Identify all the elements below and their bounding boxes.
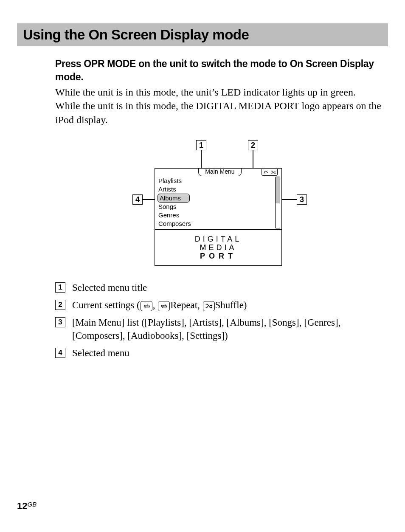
page-number: 12 <box>17 501 27 511</box>
shuffle-icon <box>271 170 276 175</box>
body-line-1: While the unit is in this mode, the unit… <box>55 85 388 99</box>
menu-title: Main Menu <box>198 169 242 176</box>
callout-1: 1 <box>196 140 206 150</box>
repeat-one-icon: 1 <box>158 301 170 311</box>
legend-num-1: 1 <box>55 282 65 293</box>
page-region: GB <box>27 501 37 508</box>
dmp-logo: DIGITAL MEDIA PORT <box>155 230 281 266</box>
scrollbar-thumb <box>276 177 280 203</box>
legend-text-3: [Main Menu] list ([Playlists], [Artists]… <box>72 316 388 342</box>
page-title-bar: Using the On Screen Display mode <box>17 23 388 46</box>
legend-list: 1 Selected menu title 2 Current settings… <box>55 281 388 360</box>
shuffle-icon-inline <box>203 301 215 311</box>
logo-line-2: MEDIA <box>195 244 242 252</box>
legend-num-3: 3 <box>55 317 65 327</box>
menu-item-artists: Artists <box>158 185 273 194</box>
menu-item-composers: Composers <box>158 220 273 228</box>
callout-3: 3 <box>297 194 307 205</box>
legend-2-shuffle-label: Shuffle) <box>215 300 247 310</box>
legend-num-2: 2 <box>55 300 65 310</box>
logo-line-1: DIGITAL <box>195 235 242 244</box>
logo-line-3: PORT <box>195 252 242 261</box>
body-line-2: While the unit is in this mode, the DIGI… <box>55 99 388 127</box>
repeat-icon <box>263 170 268 175</box>
callout-2-stem <box>253 150 253 170</box>
legend-text-4: Selected menu <box>72 346 388 360</box>
menu-item-genres: Genres <box>158 211 273 220</box>
menu-scrollbar <box>275 177 280 228</box>
repeat-all-icon <box>141 301 152 311</box>
osd-diagram: 1 2 3 4 Main Menu <box>128 140 315 272</box>
menu-item-albums-selected: Albums <box>158 194 190 203</box>
instruction-heading: Press OPR MODE on the unit to switch the… <box>55 57 388 84</box>
legend-text-2: Current settings (, 1Repeat, Shuffle) <box>72 298 388 312</box>
callout-4: 4 <box>132 194 143 205</box>
legend-text-1: Selected menu title <box>72 281 388 294</box>
legend-num-4: 4 <box>55 348 65 358</box>
legend-2-pre: Current settings ( <box>72 300 140 310</box>
page-title: Using the On Screen Display mode <box>23 27 249 42</box>
menu-item-songs: Songs <box>158 203 273 211</box>
status-icons-chip <box>262 169 278 176</box>
osd-screen: Main Menu Playlists Artists Albums Songs… <box>155 168 282 266</box>
menu-list: Playlists Artists Albums Songs Genres Co… <box>158 177 273 228</box>
legend-2-repeat-label: Repeat, <box>170 300 202 310</box>
menu-item-playlists: Playlists <box>158 177 273 185</box>
callout-2: 2 <box>248 140 258 150</box>
page-footer: 12GB <box>17 501 37 512</box>
legend-2-sep1: , <box>153 300 158 310</box>
